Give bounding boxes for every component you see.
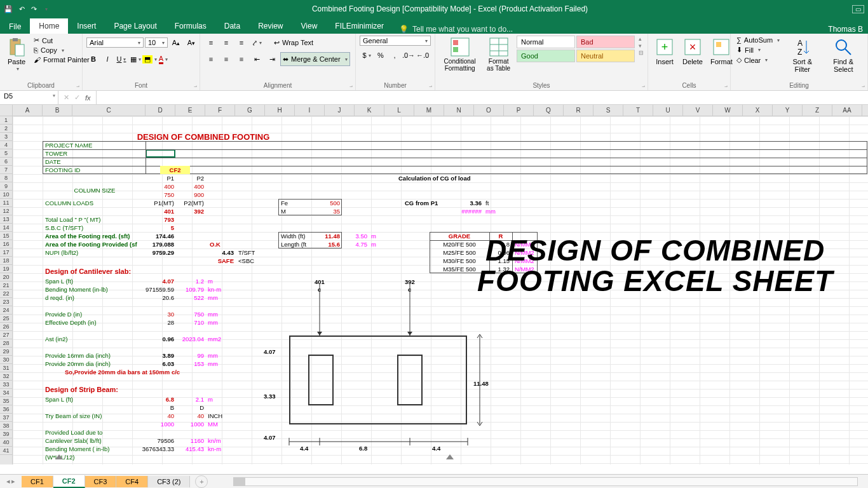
undo-icon[interactable]: ↶ [19,5,25,13]
horizontal-scrollbar[interactable] [233,477,858,486]
row-header-10[interactable]: 10 [0,191,12,199]
col-header-AA[interactable]: AA [832,105,862,116]
percent-button[interactable]: % [374,48,388,62]
align-middle-button[interactable]: ≡ [219,36,233,50]
add-sheet-button[interactable]: + [195,475,208,488]
row-header-8[interactable]: 8 [0,174,12,182]
enter-formula-icon[interactable]: ✓ [74,93,80,102]
col-header-Z[interactable]: Z [803,105,832,116]
styles-down-icon[interactable]: ▾ [639,43,644,49]
row-header-32[interactable]: 32 [0,372,12,381]
row-header-17[interactable]: 17 [0,248,12,257]
insert-cells-button[interactable]: +Insert [652,36,677,67]
col-header-D[interactable]: D [146,105,175,116]
col-header-P[interactable]: P [504,105,534,116]
comma-button[interactable]: , [388,48,402,62]
style-good[interactable]: Good [517,50,575,62]
accounting-button[interactable]: $▾ [360,48,374,62]
row-header-39[interactable]: 39 [0,430,12,438]
align-bottom-button[interactable]: ≡ [234,36,248,50]
row-header-41[interactable]: 41 [0,447,12,455]
tab-home[interactable]: Home [30,18,68,34]
formula-input[interactable] [97,91,868,104]
col-header-O[interactable]: O [474,105,504,116]
font-name-combo[interactable]: Arial▾ [86,37,144,48]
save-icon[interactable]: 💾 [4,5,13,13]
row-header-29[interactable]: 29 [0,348,12,356]
col-header-M[interactable]: M [414,105,444,116]
number-format-combo[interactable]: General▾ [360,36,431,46]
paste-button[interactable]: Paste▾ [4,36,29,73]
row-header-16[interactable]: 16 [0,240,12,248]
shrink-font-button[interactable]: A▾ [184,36,198,50]
row-header-33[interactable]: 33 [0,381,12,389]
font-color-button[interactable]: A▾ [156,52,170,66]
increase-decimal-button[interactable]: .0→ [402,48,416,62]
col-header-L[interactable]: L [384,105,414,116]
borders-button[interactable]: ▦▾ [128,52,142,66]
row-header-20[interactable]: 20 [0,273,12,281]
row-header-7[interactable]: 7 [0,166,12,174]
col-header-E[interactable]: E [175,105,205,116]
col-header-X[interactable]: X [743,105,773,116]
tab-fileminimizer[interactable]: FILEminimizer [326,18,393,34]
col-header-U[interactable]: U [653,105,683,116]
sheet-tab-cf3[interactable]: CF3 [85,476,117,487]
cell-styles-gallery[interactable]: Normal Bad Good Neutral [517,36,635,62]
align-center-button[interactable]: ≡ [219,52,233,66]
row-header-25[interactable]: 25 [0,315,12,323]
sort-filter-button[interactable]: AZSort & Filter [784,36,820,74]
bold-button[interactable]: B [86,52,100,66]
col-header-K[interactable]: K [355,105,384,116]
row-header-28[interactable]: 28 [0,339,12,348]
row-header-19[interactable]: 19 [0,265,12,273]
sheet-tab-cf1[interactable]: CF1 [22,476,53,487]
select-all-corner[interactable] [0,105,13,116]
col-header-B[interactable]: B [43,105,72,116]
font-size-combo[interactable]: 10▾ [145,37,168,48]
row-header-35[interactable]: 35 [0,397,12,405]
col-header-I[interactable]: I [295,105,325,116]
name-box[interactable]: D5 [0,91,58,104]
col-header-V[interactable]: V [683,105,713,116]
row-header-36[interactable]: 36 [0,405,12,414]
col-header-G[interactable]: G [235,105,265,116]
style-normal[interactable]: Normal [517,36,575,48]
autosum-button[interactable]: ∑AutoSum▾ [735,36,782,44]
col-header-S[interactable]: S [593,105,623,116]
align-top-button[interactable]: ≡ [204,36,218,50]
underline-button[interactable]: U▾ [114,52,128,66]
styles-up-icon[interactable]: ▴ [639,36,644,42]
col-header-T[interactable]: T [623,105,653,116]
row-header-5[interactable]: 5 [0,149,12,158]
tab-review[interactable]: Review [249,18,292,34]
row-header-9[interactable]: 9 [0,182,12,191]
row-header-1[interactable]: 1 [0,116,12,125]
tab-data[interactable]: Data [215,18,249,34]
delete-cells-button[interactable]: ×Delete [680,36,705,67]
sheet-tab-cf2[interactable]: CF2 [53,475,85,488]
row-header-18[interactable]: 18 [0,257,12,265]
row-header-27[interactable]: 27 [0,331,12,339]
row-header-38[interactable]: 38 [0,422,12,430]
tab-view[interactable]: View [292,18,327,34]
col-header-R[interactable]: R [564,105,593,116]
user-account[interactable]: Thomas B [828,25,868,34]
merge-center-button[interactable]: ⬌Merge & Center▾ [280,52,350,66]
row-header-21[interactable]: 21 [0,281,12,290]
find-select-button[interactable]: Find & Select [823,36,864,74]
row-header-30[interactable]: 30 [0,356,12,364]
fill-button[interactable]: ⬇Fill▾ [735,45,782,55]
col-header-W[interactable]: W [713,105,743,116]
row-header-37[interactable]: 37 [0,414,12,422]
redo-icon[interactable]: ↷ [31,5,37,13]
tab-nav-first-icon[interactable]: ◂ [6,477,10,485]
styles-more-icon[interactable]: ⊟ [639,50,644,56]
col-header-N[interactable]: N [444,105,474,116]
tab-nav-last-icon[interactable]: ▸ [11,477,15,485]
fx-icon[interactable]: fx [85,94,91,102]
row-header-2[interactable]: 2 [0,125,12,133]
align-left-button[interactable]: ≡ [204,52,218,66]
increase-indent-button[interactable]: ⇥ [265,52,279,66]
decrease-decimal-button[interactable]: ←.0 [416,48,430,62]
